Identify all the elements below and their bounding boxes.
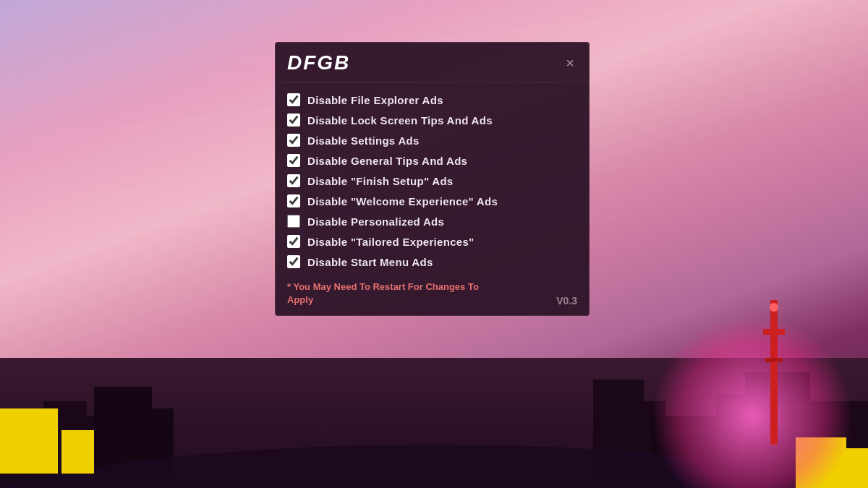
dialog: DFGB × Disable File Explorer AdsDisable …: [275, 42, 590, 316]
dialog-footer: * You May Need To Restart For Changes To…: [276, 275, 589, 307]
red-structure: [752, 300, 796, 445]
checkbox-label-9[interactable]: Disable Start Menu Ads: [307, 256, 433, 268]
checkbox-5[interactable]: [287, 174, 300, 187]
checkbox-label-7[interactable]: Disable Personalized Ads: [307, 215, 444, 228]
checkbox-1[interactable]: [287, 93, 300, 106]
checkbox-item-7[interactable]: Disable Personalized Ads: [287, 211, 577, 231]
svg-rect-12: [770, 300, 778, 445]
svg-rect-14: [765, 358, 783, 362]
svg-rect-13: [763, 329, 785, 335]
checkbox-item-3[interactable]: Disable Settings Ads: [287, 130, 577, 150]
checkbox-item-4[interactable]: Disable General Tips And Ads: [287, 150, 577, 171]
yellow-block-2: [61, 430, 94, 474]
svg-point-15: [770, 303, 778, 312]
checkbox-6[interactable]: [287, 194, 300, 207]
dialog-header: DFGB ×: [276, 43, 589, 82]
close-button[interactable]: ×: [563, 54, 577, 72]
checkbox-item-5[interactable]: Disable "Finish Setup" Ads: [287, 171, 577, 191]
checkbox-3[interactable]: [287, 134, 300, 147]
checkbox-label-5[interactable]: Disable "Finish Setup" Ads: [307, 175, 454, 187]
checkbox-9[interactable]: [287, 255, 300, 268]
dialog-body: Disable File Explorer AdsDisable Lock Sc…: [276, 82, 589, 275]
checkbox-item-1[interactable]: Disable File Explorer Ads: [287, 90, 577, 110]
checkbox-7[interactable]: [287, 215, 300, 228]
checkbox-label-6[interactable]: Disable "Welcome Experience" Ads: [307, 195, 498, 207]
checkbox-label-8[interactable]: Disable "Tailored Experiences": [307, 236, 475, 248]
checkbox-item-8[interactable]: Disable "Tailored Experiences": [287, 231, 577, 252]
checkbox-label-1[interactable]: Disable File Explorer Ads: [307, 94, 443, 106]
checkbox-8[interactable]: [287, 235, 300, 248]
dialog-title: DFGB: [287, 51, 350, 74]
checkbox-label-2[interactable]: Disable Lock Screen Tips And Ads: [307, 114, 493, 127]
checkbox-label-3[interactable]: Disable Settings Ads: [307, 134, 420, 147]
checkbox-item-2[interactable]: Disable Lock Screen Tips And Ads: [287, 110, 577, 130]
checkbox-4[interactable]: [287, 154, 300, 167]
checkbox-item-6[interactable]: Disable "Welcome Experience" Ads: [287, 191, 577, 211]
version-label: V0.3: [556, 295, 577, 307]
checkbox-2[interactable]: [287, 114, 300, 127]
yellow-block-1: [0, 408, 58, 474]
restart-note: * You May Need To Restart For Changes To…: [287, 281, 504, 307]
checkbox-item-9[interactable]: Disable Start Menu Ads: [287, 252, 577, 272]
checkbox-label-4[interactable]: Disable General Tips And Ads: [307, 155, 467, 167]
